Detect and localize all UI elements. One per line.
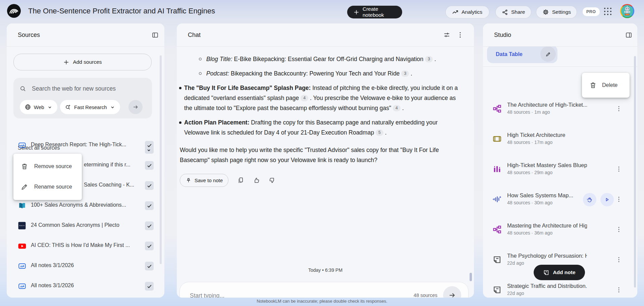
more-options-icon[interactable]: [615, 165, 623, 173]
web-filter-dropdown[interactable]: Web: [20, 100, 57, 114]
citation-badge[interactable]: 3: [425, 56, 433, 62]
chevron-down-icon: [110, 104, 115, 110]
chat-bullet: The "Buy It For Life Basecamp" Splash Pa…: [177, 83, 461, 113]
delete-menu-item[interactable]: Delete: [582, 73, 630, 98]
user-avatar[interactable]: [620, 4, 634, 18]
chat-scrollbar[interactable]: [470, 273, 472, 281]
studio-item-row[interactable]: The Architecture of High-Ticket... 48 so…: [483, 99, 637, 119]
studio-panel-title: Studio: [494, 23, 511, 46]
studio-item-row[interactable]: High Ticket Architecture 48 sources · 17…: [483, 129, 637, 149]
citation-badge[interactable]: 4: [301, 95, 308, 101]
citation-badge[interactable]: 5: [376, 130, 383, 136]
source-title: All notes 3/1/2026: [31, 283, 139, 289]
source-row[interactable]: m All notes 3/1/2026: [7, 276, 164, 296]
search-submit-button[interactable]: [128, 100, 143, 114]
source-title: AI CEO: THIS is How I'd Make My First ..…: [31, 242, 139, 248]
source-checkbox[interactable]: [145, 201, 154, 210]
chat-timestamp: Today • 6:39 PM: [177, 267, 474, 273]
studio-item-title: High-Ticket Mastery Sales Blueprint: [507, 162, 587, 168]
source-title: etermining if this r...: [84, 162, 139, 168]
audio-waveform-icon: [492, 195, 502, 205]
trending-up-icon: [452, 9, 459, 15]
save-to-note-button[interactable]: Save to note: [180, 174, 228, 187]
studio-item-meta: 48 sources · 1m ago: [507, 109, 587, 115]
studio-item-title: High Ticket Architecture: [507, 132, 587, 138]
add-sources-button[interactable]: Add sources: [13, 54, 152, 70]
pencil-icon: [21, 183, 28, 191]
studio-scrollbar[interactable]: [634, 56, 636, 288]
studio-item-row[interactable]: High-Ticket Mastery Sales Blueprint 48 s…: [483, 159, 637, 180]
citation-badge[interactable]: 4: [393, 105, 400, 111]
sources-panel-title: Sources: [18, 23, 40, 46]
pin-icon: [185, 177, 192, 184]
sources-scrollbar[interactable]: [160, 55, 162, 264]
source-count-label: 48 sources: [414, 282, 437, 298]
copy-icon[interactable]: [237, 177, 244, 184]
more-options-icon[interactable]: [615, 226, 623, 234]
source-checkbox[interactable]: [145, 262, 154, 270]
remove-source-menu-item[interactable]: Remove source: [13, 156, 82, 176]
source-row[interactable]: m Deep Research Report: The High-Tick...: [7, 135, 164, 155]
play-audio-button[interactable]: [600, 193, 614, 206]
studio-item-meta: 48 sources · 17m ago: [507, 140, 587, 145]
analytics-button[interactable]: Analytics: [445, 6, 489, 18]
source-row[interactable]: m All notes 3/1/2026: [7, 256, 164, 276]
bar-chart-icon: [492, 164, 502, 174]
studio-item-row[interactable]: Strategic Traffic and Distribution... 22…: [483, 280, 637, 298]
chat-text-input[interactable]: [189, 282, 349, 298]
sources-panel-header: Sources: [7, 23, 164, 47]
studio-item-meta: 48 sources · 30m ago: [507, 200, 587, 205]
chevron-down-icon: [47, 104, 53, 110]
add-note-button[interactable]: Add note: [534, 265, 585, 280]
thumbs-down-icon[interactable]: [269, 177, 276, 184]
collapse-panel-icon[interactable]: [625, 32, 632, 39]
more-options-icon[interactable]: [615, 286, 623, 294]
source-row[interactable]: AI CEO: THIS is How I'd Make My First ..…: [7, 236, 164, 256]
plecto-favicon: PLECTO: [18, 221, 26, 230]
edit-chip-button[interactable]: [540, 46, 556, 62]
note-icon: [492, 255, 502, 265]
research-mode-dropdown[interactable]: Fast Research: [60, 100, 120, 114]
share-button[interactable]: Share: [495, 6, 531, 18]
trash-icon: [21, 163, 28, 170]
hollow-bullet-marker: [199, 58, 202, 60]
settings-button[interactable]: Settings: [536, 6, 577, 18]
more-options-icon[interactable]: [615, 105, 623, 113]
join-interactive-button[interactable]: [583, 193, 596, 206]
source-checkbox[interactable]: [145, 282, 154, 291]
send-message-button[interactable]: [443, 286, 461, 298]
chat-more-options-icon[interactable]: [457, 31, 464, 39]
chat-bullet: Action Plan Placement: Drafting the copy…: [177, 117, 461, 138]
collapse-panel-icon[interactable]: [152, 32, 159, 39]
source-checkbox[interactable]: [145, 242, 154, 250]
chat-settings-tune-icon[interactable]: [443, 31, 450, 39]
notebooklm-logo-icon[interactable]: [7, 4, 21, 18]
source-title: Sales Coaching - K...: [84, 182, 139, 188]
create-notebook-button[interactable]: Create notebook: [347, 6, 402, 18]
chat-message-area: Blog Title: E-Bike Bikepacking: Essentia…: [177, 47, 474, 298]
svg-text:m: m: [20, 265, 23, 268]
studio-item-meta: 22d ago: [507, 291, 587, 296]
source-row[interactable]: PLECTO 24 Common Sales Acronyms | Plecto: [7, 216, 164, 236]
thumbs-up-icon[interactable]: [253, 177, 260, 184]
more-options-icon[interactable]: [615, 196, 623, 204]
source-checkbox[interactable]: [145, 221, 154, 230]
studio-item-title: Mastering the Architecture of High...: [507, 222, 587, 229]
rename-source-menu-item[interactable]: Rename source: [13, 176, 82, 197]
source-checkbox[interactable]: [145, 181, 154, 190]
citation-badge[interactable]: 3: [401, 70, 409, 77]
studio-item-row[interactable]: Mastering the Architecture of High... 48…: [483, 220, 637, 240]
source-search-input[interactable]: [31, 85, 147, 93]
message-actions-row: Save to note: [180, 174, 461, 187]
studio-item-row[interactable]: How Sales Systems Map... 48 sources · 30…: [483, 190, 637, 210]
source-checkbox[interactable]: [145, 161, 154, 170]
chat-sub-bullet: Blog Title: E-Bike Bikepacking: Essentia…: [177, 54, 461, 64]
studio-item-title: Strategic Traffic and Distribution...: [507, 283, 587, 289]
svg-text:PLECTO: PLECTO: [19, 225, 25, 226]
notebook-title[interactable]: The One-Sentence Profit Extractor and AI…: [28, 0, 215, 22]
studio-item-meta: 48 sources · 29m ago: [507, 170, 587, 175]
google-apps-grid-icon[interactable]: [603, 7, 612, 16]
search-filter-row: Web Fast Research: [18, 100, 148, 114]
source-checkbox[interactable]: [145, 141, 154, 150]
more-options-icon[interactable]: [615, 256, 623, 264]
